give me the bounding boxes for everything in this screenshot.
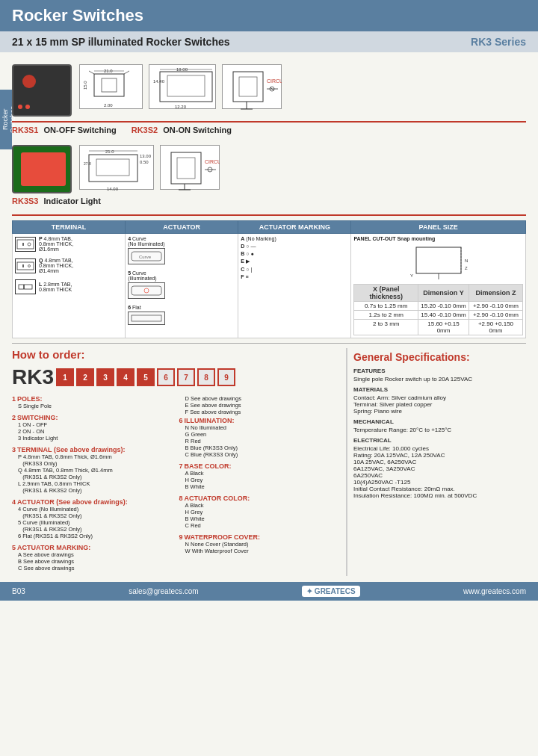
svg-rect-14 bbox=[233, 72, 263, 102]
svg-rect-31 bbox=[177, 158, 195, 179]
order-box-1: 1 bbox=[56, 368, 74, 386]
general-specs: General Specifications: FEATURES Single … bbox=[347, 348, 526, 576]
panel-size-details: PANEL CUT-OUT Snap mounting Y N Z bbox=[351, 234, 526, 338]
product-section-2-row: 21.0 27.8 14.00 13.00 0.50 bbox=[12, 145, 526, 193]
svg-text:14.00: 14.00 bbox=[107, 187, 119, 191]
opt6-label: ILLUMINATION: bbox=[185, 417, 235, 424]
opt3-label: TERMINAL (See above drawings): bbox=[17, 446, 125, 453]
opt7-num: 7 bbox=[179, 462, 183, 470]
svg-text:0.50: 0.50 bbox=[140, 160, 149, 164]
opt9-num: 9 bbox=[179, 533, 183, 541]
order-box-4: 4 bbox=[117, 368, 134, 386]
header-actuator: ACTUATOR bbox=[126, 221, 238, 234]
svg-rect-15 bbox=[239, 77, 257, 96]
svg-text:15.0: 15.0 bbox=[83, 81, 87, 90]
opt8-num: 8 bbox=[179, 495, 183, 502]
svg-text:CIRCUIT: CIRCUIT bbox=[267, 78, 282, 84]
svg-rect-40 bbox=[17, 262, 34, 270]
svg-rect-0 bbox=[94, 74, 124, 96]
footer-logo: ✦ GREATECS bbox=[302, 586, 360, 597]
drawing-2: 19.00 14.40 12.20 bbox=[149, 64, 216, 109]
svg-point-39 bbox=[28, 243, 31, 246]
series-label: RK3 Series bbox=[471, 36, 526, 48]
opt7-label: BASE COLOR: bbox=[185, 462, 232, 470]
svg-text:2.00: 2.00 bbox=[104, 103, 113, 108]
opt6-num: 6 bbox=[179, 417, 183, 424]
svg-text:14.40: 14.40 bbox=[153, 79, 165, 84]
sub-header: 21 x 15 mm SP illuminated Rocker Switche… bbox=[0, 31, 538, 52]
svg-rect-47 bbox=[132, 286, 161, 295]
svg-text:13.00: 13.00 bbox=[140, 154, 152, 158]
how-to-order: How to order: RK3 1 2 3 4 5 6 7 8 9 1 bbox=[12, 348, 347, 576]
drawings-area-2: 21.0 27.8 14.00 13.00 0.50 bbox=[79, 145, 526, 190]
rk3s1-label: RK3S1 ON-OFF Switching bbox=[12, 126, 117, 134]
rk3-prefix: RK3 bbox=[12, 365, 54, 389]
order-code-display: RK3 1 2 3 4 5 6 7 8 9 bbox=[12, 365, 340, 389]
mechanical-section: MECHANICAL Temperature Range: 20°C to +1… bbox=[353, 418, 520, 433]
product-image-rk3s3 bbox=[12, 145, 72, 193]
svg-point-42 bbox=[28, 264, 31, 267]
svg-text:Curve: Curve bbox=[139, 255, 152, 259]
product-label-rk3s3: RK3S3 Indicator Light bbox=[12, 193, 526, 208]
opt1-label: POLES: bbox=[17, 395, 43, 403]
opt4-label: ACTUATOR (See above drawings): bbox=[17, 498, 128, 506]
drawing-5: CIRCUIT bbox=[160, 145, 220, 190]
spec-table: TERMINAL ACTUATOR ACTUATOR MARKING PANEL… bbox=[12, 220, 526, 338]
svg-rect-43 bbox=[19, 285, 32, 289]
order-box-6: 6 bbox=[157, 368, 175, 386]
footer-email: sales@greatecs.com bbox=[129, 587, 199, 595]
terminal-details: P 4.8mm TAB,0.8mm THICK,Ø1.6mm Q 4.8mm T… bbox=[13, 234, 126, 338]
drawing-1: 21.0 15.0 2.00 bbox=[79, 64, 143, 109]
opt1-num: 1 bbox=[12, 395, 16, 403]
drawings-area-1: 21.0 15.0 2.00 19.00 14.40 12.20 bbox=[79, 64, 526, 109]
opt9-label: WATERPROOF COVER: bbox=[185, 533, 260, 541]
svg-rect-1 bbox=[102, 78, 117, 92]
svg-point-48 bbox=[144, 288, 149, 293]
header-bar: Rocker Switches bbox=[0, 0, 538, 31]
drawing-3: CIRCUIT bbox=[222, 64, 282, 109]
product-image-rk3s1 bbox=[12, 64, 72, 117]
svg-rect-30 bbox=[171, 152, 201, 184]
logo-text: GREATECS bbox=[315, 587, 356, 595]
page-title: Rocker Switches bbox=[12, 6, 526, 25]
svg-text:N: N bbox=[465, 258, 468, 263]
order-box-2: 2 bbox=[76, 368, 94, 386]
opt2-label: SWITCHING: bbox=[17, 414, 58, 421]
product-section-1: 21.0 15.0 2.00 19.00 14.40 12.20 bbox=[12, 58, 526, 123]
features-section: FEATURES Single pole Rocker switch up to… bbox=[353, 368, 520, 382]
product-section-2: 21.0 27.8 14.00 13.00 0.50 bbox=[12, 139, 526, 216]
svg-rect-50 bbox=[416, 247, 461, 273]
drawing-4: 21.0 27.8 14.00 13.00 0.50 bbox=[79, 145, 154, 190]
svg-text:21.0: 21.0 bbox=[105, 149, 114, 154]
product-subtitle: 21 x 15 mm SP illuminated Rocker Switche… bbox=[12, 36, 230, 48]
order-box-9: 9 bbox=[217, 368, 235, 386]
panel-size-table: X (Panel thickness) Dimension Y Dimensio… bbox=[353, 284, 523, 335]
svg-rect-12 bbox=[167, 75, 205, 96]
svg-rect-26 bbox=[96, 159, 129, 176]
svg-line-3 bbox=[124, 71, 129, 74]
opt2-num: 2 bbox=[12, 414, 16, 421]
svg-rect-49 bbox=[132, 315, 161, 321]
logo-icon: ✦ bbox=[306, 587, 312, 595]
header-marking: ACTUATOR MARKING bbox=[238, 221, 351, 234]
svg-rect-8 bbox=[160, 72, 212, 102]
spec-section: TERMINAL ACTUATOR ACTUATOR MARKING PANEL… bbox=[12, 216, 526, 344]
how-to-order-title: How to order: bbox=[12, 348, 340, 361]
svg-text:19.00: 19.00 bbox=[176, 68, 188, 72]
footer-bar: B03 sales@greatecs.com ✦ GREATECS www.gr… bbox=[0, 582, 538, 601]
marking-details: A (No Marking) D ○ — B ○ ● E ▶ C ○ | F ≡ bbox=[238, 234, 351, 338]
svg-text:Y: Y bbox=[410, 273, 413, 278]
actuator-details: 4 Curve(No Illuminated) Curve 5 Curve(Il… bbox=[126, 234, 238, 338]
order-box-8: 8 bbox=[197, 368, 215, 386]
product-labels-1: RK3S1 ON-OFF Switching RK3S2 ON-ON Switc… bbox=[12, 123, 526, 139]
rk3s2-label: RK3S2 ON-ON Switching bbox=[132, 126, 232, 134]
bottom-section: How to order: RK3 1 2 3 4 5 6 7 8 9 1 bbox=[12, 348, 526, 576]
footer-website: www.greatecs.com bbox=[463, 587, 526, 595]
electrical-section: ELECTRICAL Electrical Life: 10,000 cycle… bbox=[353, 437, 520, 499]
order-box-3: 3 bbox=[96, 368, 114, 386]
opt4-num: 4 bbox=[12, 498, 16, 506]
footer-page: B03 bbox=[12, 587, 25, 595]
opt5-num: 5 bbox=[12, 544, 16, 551]
opt8-label: ACTUATOR COLOR: bbox=[185, 495, 250, 502]
header-terminal: TERMINAL bbox=[13, 221, 126, 234]
